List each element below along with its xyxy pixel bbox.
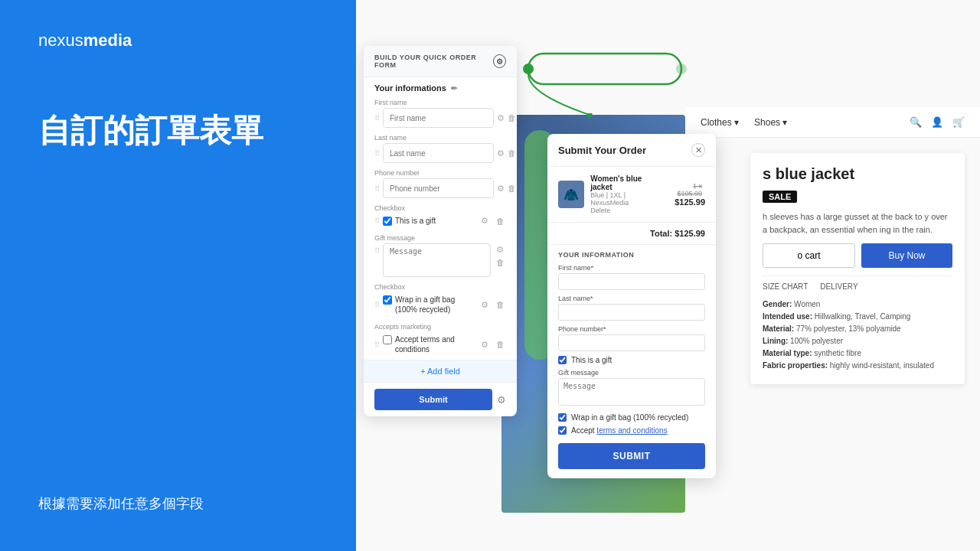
gear-icon[interactable]: ⚙ (497, 113, 505, 123)
gear-icon[interactable]: ⚙ (479, 300, 491, 310)
detail-row: Gender: Women (763, 298, 952, 311)
modal-last-name-input[interactable] (558, 304, 705, 321)
add-field-button[interactable]: + Add field (364, 360, 517, 382)
submit-settings-icon[interactable]: ⚙ (497, 394, 506, 406)
first-name-field: First name ⠿ ⚙ 🗑 (364, 96, 517, 131)
modal-gift-message-input[interactable] (558, 378, 705, 406)
last-name-input[interactable] (383, 143, 494, 163)
detail-row: Fabric properties: highly wind-resistant… (763, 360, 952, 372)
marketing-checkbox-field: Accepts marketing ⠿ Accept terms and con… (364, 320, 517, 360)
terms-checkbox-label: Accept terms and conditions (395, 334, 475, 354)
search-icon[interactable]: 🔍 (910, 116, 922, 128)
delete-icon[interactable]: 🗑 (494, 217, 506, 226)
drag-handle[interactable]: ⠿ (374, 341, 380, 349)
delete-icon[interactable]: 🗑 (494, 340, 506, 349)
modal-terms-label: Accept terms and conditions (571, 426, 668, 435)
section-title: Your informations ✏ (364, 77, 517, 96)
modal-gift-checkbox-row: This is a gift (547, 354, 716, 367)
drag-handle[interactable]: ⠿ (374, 217, 380, 225)
modal-gift-checkbox-label: This is a gift (571, 356, 612, 364)
svg-point-1 (523, 64, 534, 74)
modal-close-button[interactable]: ✕ (691, 143, 705, 157)
terms-link[interactable]: terms and conditions (596, 426, 667, 435)
first-name-input[interactable] (383, 108, 494, 128)
add-to-cart-button[interactable]: o cart (763, 243, 855, 268)
total-row: Total: $125.99 (547, 223, 716, 245)
detail-row: Material: 77% polyester, 13% polyamide (763, 323, 952, 335)
original-price: 1 x $105.99 (668, 182, 702, 197)
gear-icon[interactable]: ⚙ (479, 216, 491, 226)
svg-rect-0 (528, 54, 681, 84)
modal-last-name-field: Last name* (547, 292, 716, 323)
ecommerce-nav: Clothes ▾ Shoes ▾ 🔍 👤 🛒 (685, 107, 980, 138)
gear-icon[interactable]: ⚙ (494, 245, 506, 255)
right-area: Clothes ▾ Shoes ▾ 🔍 👤 🛒 s blue jacket SA… (356, 0, 980, 551)
modal-section-title: YOUR INFORMATION (547, 245, 716, 262)
product-details-col: Women's blue jacket Blue | 1XL | NexusMe… (590, 174, 662, 214)
drag-handle[interactable]: ⠿ (374, 246, 380, 255)
last-name-field: Last name ⠿ ⚙ 🗑 (364, 131, 517, 166)
product-buttons: o cart Buy Now (763, 243, 952, 268)
nav-icons: 🔍 👤 🛒 (910, 116, 965, 128)
drag-handle[interactable]: ⠿ (374, 149, 380, 158)
left-panel: nexusmedia 自訂的訂單表單 根據需要添加任意多個字段 (0, 0, 356, 551)
delete-icon[interactable]: 🗑 (508, 148, 516, 158)
nav-item-clothes[interactable]: Clothes ▾ (701, 117, 739, 128)
submit-button[interactable]: Submit (374, 389, 492, 410)
gear-icon[interactable]: ⚙ (479, 340, 491, 350)
modal-phone-input[interactable] (558, 334, 705, 351)
user-icon[interactable]: 👤 (931, 116, 943, 128)
edit-icon[interactable]: ✏ (451, 84, 457, 93)
nav-item-shoes[interactable]: Shoes ▾ (754, 117, 787, 128)
logo: nexusmedia (38, 31, 318, 51)
logo-prefix: nexus (38, 31, 83, 50)
form-builder-header: BUILD YOUR QUICK ORDER FORM ⚙ (364, 46, 517, 77)
gear-icon[interactable]: ⚙ (497, 148, 505, 158)
settings-icon[interactable]: ⚙ (493, 54, 506, 68)
gift-checkbox-label: This is a gift (395, 216, 436, 226)
drag-handle[interactable]: ⠿ (374, 114, 380, 122)
wrap-checkbox[interactable] (383, 295, 392, 305)
product-delete-link[interactable]: Delete (590, 207, 662, 214)
phone-input[interactable] (383, 178, 494, 198)
wrap-checkbox-label: Wrap in a gift bag (100% recycled) (395, 295, 475, 315)
sale-badge: SALE (763, 191, 797, 203)
modal-phone-field: Phone number* (547, 323, 716, 354)
product-image: 🧥 (558, 181, 584, 208)
modal-gift-checkbox[interactable] (558, 356, 567, 364)
modal-terms-checkbox[interactable] (558, 426, 567, 435)
tab-delivery[interactable]: DELIVERY (820, 282, 858, 291)
gift-message-input[interactable] (383, 243, 491, 277)
terms-checkbox[interactable] (383, 335, 392, 344)
modal-gift-message-label: Gift message (558, 369, 705, 377)
submit-order-modal: Submit Your Order ✕ 🧥 Women's blue jacke… (547, 134, 716, 478)
delete-icon[interactable]: 🗑 (508, 113, 516, 122)
buy-now-button[interactable]: Buy Now (861, 243, 952, 268)
delete-icon[interactable]: 🗑 (508, 184, 516, 193)
page-title: 自訂的訂單表單 (38, 112, 318, 150)
svg-point-2 (676, 64, 687, 74)
gear-icon[interactable]: ⚙ (497, 184, 505, 194)
modal-header: Submit Your Order ✕ (547, 134, 716, 167)
form-builder-panel: BUILD YOUR QUICK ORDER FORM ⚙ Your infor… (364, 46, 517, 416)
modal-submit-button[interactable]: SUBMIT (558, 443, 705, 469)
modal-wrap-checkbox[interactable] (558, 413, 567, 422)
modal-wrap-checkbox-row: Wrap in a gift bag (100% recycled) (547, 411, 716, 424)
modal-terms-row: Accept terms and conditions (547, 424, 716, 437)
page-subtitle: 根據需要添加任意多個字段 (38, 494, 318, 513)
product-tabs: SIZE CHART DELIVERY (763, 276, 952, 291)
detail-row: Lining: 100% polyester (763, 335, 952, 347)
detail-row: Intended use: Hillwalking, Travel, Campi… (763, 311, 952, 323)
gift-checkbox[interactable] (383, 217, 392, 226)
delete-icon[interactable]: 🗑 (494, 300, 506, 309)
form-builder-title: BUILD YOUR QUICK ORDER FORM (374, 54, 493, 69)
delete-icon[interactable]: 🗑 (494, 258, 506, 267)
connection-arrow (505, 46, 689, 107)
gift-checkbox-field: Checkbox ⠿ This is a gift ⚙ 🗑 (364, 201, 517, 231)
modal-wrap-checkbox-label: Wrap in a gift bag (100% recycled) (571, 413, 688, 422)
cart-icon[interactable]: 🛒 (952, 116, 965, 128)
drag-handle[interactable]: ⠿ (374, 184, 380, 193)
tab-size-chart[interactable]: SIZE CHART (763, 282, 808, 291)
modal-first-name-input[interactable] (558, 273, 705, 290)
drag-handle[interactable]: ⠿ (374, 301, 380, 309)
